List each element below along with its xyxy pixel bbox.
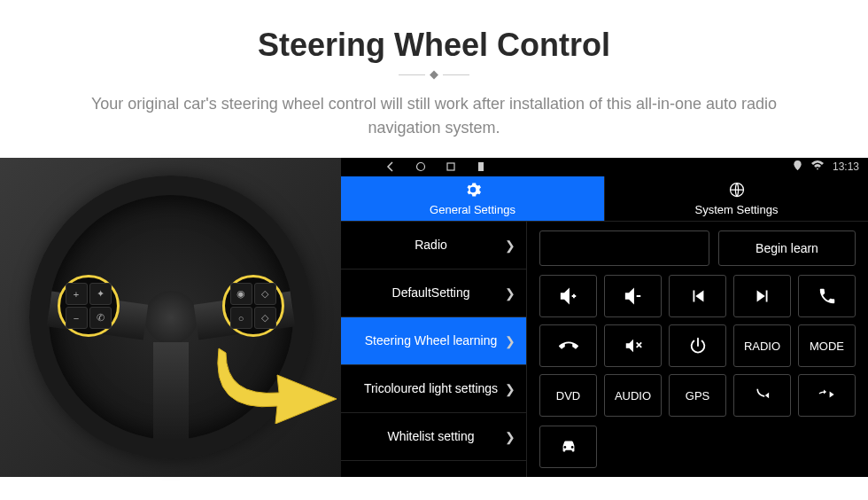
tab-general-settings[interactable]: General Settings [341, 176, 604, 222]
call-previous-button[interactable] [733, 374, 791, 417]
mode-button[interactable]: MODE [798, 324, 856, 367]
title-divider [399, 74, 469, 76]
hangup-button[interactable] [539, 324, 597, 367]
gps-button[interactable]: GPS [669, 374, 726, 417]
recent-icon[interactable] [446, 161, 456, 172]
svg-rect-1 [447, 163, 454, 170]
gps-pin-icon [793, 160, 802, 173]
back-icon[interactable] [385, 161, 396, 172]
page-subtitle: Your original car's steering wheel contr… [53, 92, 815, 140]
car-button[interactable] [539, 426, 597, 468]
tab-system-settings[interactable]: System Settings [604, 176, 868, 222]
chevron-right-icon: ❯ [505, 430, 515, 444]
volume-up-button[interactable] [539, 275, 597, 317]
menu-item-radio[interactable]: Radio ❯ [341, 222, 526, 270]
tab-label: System Settings [695, 203, 779, 216]
globe-icon [727, 180, 747, 199]
chevron-right-icon: ❯ [505, 286, 515, 301]
page-title: Steering Wheel Control [35, 27, 833, 64]
plus-icon: + [66, 283, 88, 305]
menu-item-steering-wheel-learning[interactable]: Steering Wheel learning ❯ [341, 317, 526, 365]
chevron-right-icon: ❯ [505, 382, 515, 396]
dvd-button[interactable]: DVD [539, 374, 597, 417]
clock-time: 13:13 [833, 160, 859, 173]
sd-card-icon [476, 161, 486, 172]
call-next-button[interactable] [798, 374, 856, 417]
radio-button[interactable]: RADIO [733, 324, 791, 367]
steering-wheel-photo: + ✦ − ✆ ◉ ◇ ○ ◇ [0, 158, 341, 477]
svg-point-0 [417, 163, 425, 171]
previous-track-button[interactable] [669, 275, 726, 317]
minus-icon: − [66, 307, 88, 329]
down-icon: ◇ [254, 307, 276, 329]
next-track-button[interactable] [733, 275, 791, 317]
tab-label: General Settings [430, 203, 515, 216]
audio-button[interactable]: AUDIO [604, 374, 662, 417]
cycle-icon: ○ [230, 307, 252, 329]
up-icon: ◇ [254, 283, 276, 305]
begin-learn-button[interactable]: Begin learn [718, 230, 856, 266]
steering-button-cluster-left: + ✦ − ✆ [58, 275, 120, 337]
wifi-icon [811, 160, 824, 173]
steering-button-cluster-right: ◉ ◇ ○ ◇ [222, 275, 284, 337]
menu-item-whitelist[interactable]: Whitelist setting ❯ [341, 413, 526, 461]
power-button[interactable] [669, 324, 726, 367]
chevron-right-icon: ❯ [505, 334, 515, 348]
settings-menu: Radio ❯ DefaultSetting ❯ Steering Wheel … [341, 222, 527, 477]
arrow-callout-icon [217, 344, 341, 424]
volume-down-button[interactable] [604, 275, 662, 317]
home-icon[interactable] [415, 161, 426, 172]
menu-item-default-setting[interactable]: DefaultSetting ❯ [341, 270, 526, 317]
learning-display-field [539, 230, 709, 266]
source-icon: ◉ [230, 283, 252, 305]
gear-icon [463, 180, 483, 199]
head-unit-screen: 13:13 General Settings System Settings R… [341, 158, 868, 477]
call-button[interactable] [798, 275, 856, 317]
chevron-right-icon: ❯ [505, 238, 515, 253]
phone-icon: ✆ [89, 307, 112, 329]
status-bar: 13:13 [341, 158, 868, 176]
voice-icon: ✦ [89, 283, 112, 305]
mute-button[interactable] [604, 324, 662, 367]
menu-item-tricoloured-light[interactable]: Tricoloured light settings ❯ [341, 365, 526, 413]
